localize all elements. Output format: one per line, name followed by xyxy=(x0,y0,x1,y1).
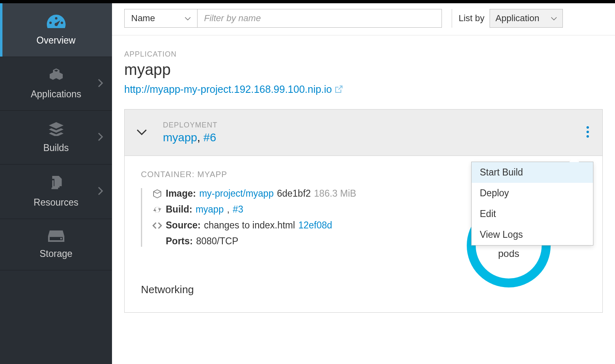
source-text: changes to index.html xyxy=(204,220,295,231)
comma: , xyxy=(227,204,229,215)
cubes-icon xyxy=(48,68,64,84)
deployment-card-header: DEPLOYMENT myapp, #6 xyxy=(125,110,602,156)
source-key: Source: xyxy=(166,220,201,231)
sidebar-item-label: Storage xyxy=(40,248,72,259)
comma: , xyxy=(197,131,204,144)
sidebar-item-resources[interactable]: Resources xyxy=(0,164,112,219)
code-icon xyxy=(152,222,163,229)
external-link-icon xyxy=(335,83,343,95)
sidebar-item-label: Resources xyxy=(34,197,79,208)
application-name: myapp xyxy=(124,61,603,79)
dropdown-item-deploy[interactable]: Deploy xyxy=(472,183,593,204)
sidebar-item-storage[interactable]: Storage xyxy=(0,219,112,270)
kebab-menu-button[interactable] xyxy=(586,126,589,140)
chevron-right-icon xyxy=(98,79,103,89)
application-section-label: APPLICATION xyxy=(124,50,603,59)
dashboard-icon xyxy=(47,15,66,30)
sidebar-item-overview[interactable]: Overview xyxy=(0,3,112,57)
sidebar-item-label: Builds xyxy=(43,143,69,153)
filter-field-label: Name xyxy=(131,13,155,24)
deployment-card: DEPLOYMENT myapp, #6 Start Build Deploy … xyxy=(124,109,603,313)
pods-label: pods xyxy=(464,248,554,259)
image-icon xyxy=(152,189,163,198)
chevron-down-icon xyxy=(185,13,191,24)
filter-field-select[interactable]: Name xyxy=(124,9,198,28)
deployment-name-link[interactable]: myapp xyxy=(163,131,197,144)
build-revision-link[interactable]: #3 xyxy=(233,204,244,215)
chevron-right-icon xyxy=(98,133,103,143)
image-sha: 6de1bf2 xyxy=(277,188,311,199)
ports-value: 8080/TCP xyxy=(196,236,238,247)
dropdown-item-start-build[interactable]: Start Build xyxy=(472,162,593,183)
toolbar: Name List by Application xyxy=(112,3,615,35)
sidebar-item-label: Overview xyxy=(37,35,76,46)
dropdown-item-edit[interactable]: Edit xyxy=(472,204,593,224)
divider xyxy=(452,9,452,28)
content: APPLICATION myapp http://myapp-my-projec… xyxy=(112,35,615,313)
svg-point-0 xyxy=(586,126,589,129)
sidebar: Overview Applications Builds Resource xyxy=(0,0,112,364)
dropdown-item-view-logs[interactable]: View Logs xyxy=(472,224,593,245)
deployment-revision-link[interactable]: #6 xyxy=(204,131,216,144)
listby-select[interactable]: Application xyxy=(490,9,563,28)
chevron-down-icon xyxy=(551,13,557,24)
chevron-right-icon xyxy=(98,187,103,197)
filter-input[interactable] xyxy=(198,9,442,28)
ports-key: Ports: xyxy=(166,236,193,247)
deployment-actions-dropdown: Start Build Deploy Edit View Logs xyxy=(471,162,593,246)
main: Name List by Application APPLICATION mya… xyxy=(112,0,615,364)
top-bar xyxy=(0,0,615,3)
build-key: Build: xyxy=(166,204,192,215)
deployment-title-block: DEPLOYMENT myapp, #6 xyxy=(163,121,217,144)
refresh-icon xyxy=(152,206,163,214)
listby-label: List by xyxy=(459,13,485,24)
build-link[interactable]: myapp xyxy=(195,204,224,215)
image-key: Image: xyxy=(166,188,196,199)
listby-select-label: Application xyxy=(496,13,540,24)
image-size: 186.3 MiB xyxy=(314,188,356,199)
sidebar-item-applications[interactable]: Applications xyxy=(0,57,112,111)
deployment-section-label: DEPLOYMENT xyxy=(163,121,217,129)
svg-point-2 xyxy=(586,135,589,138)
app-root: Overview Applications Builds Resource xyxy=(0,0,615,364)
files-icon xyxy=(49,176,63,192)
svg-point-1 xyxy=(586,131,589,133)
collapse-toggle[interactable] xyxy=(137,129,147,137)
hdd-icon xyxy=(48,230,64,243)
sidebar-item-label: Applications xyxy=(31,89,81,100)
source-sha-link[interactable]: 12ef08d xyxy=(298,220,332,231)
application-url-text: http://myapp-my-project.192.168.99.100.n… xyxy=(124,83,332,95)
deployment-name: myapp, #6 xyxy=(163,131,217,144)
sidebar-item-builds[interactable]: Builds xyxy=(0,111,112,164)
layers-icon xyxy=(49,122,64,138)
image-link[interactable]: my-project/myapp xyxy=(199,188,274,199)
application-url-link[interactable]: http://myapp-my-project.192.168.99.100.n… xyxy=(124,83,343,95)
